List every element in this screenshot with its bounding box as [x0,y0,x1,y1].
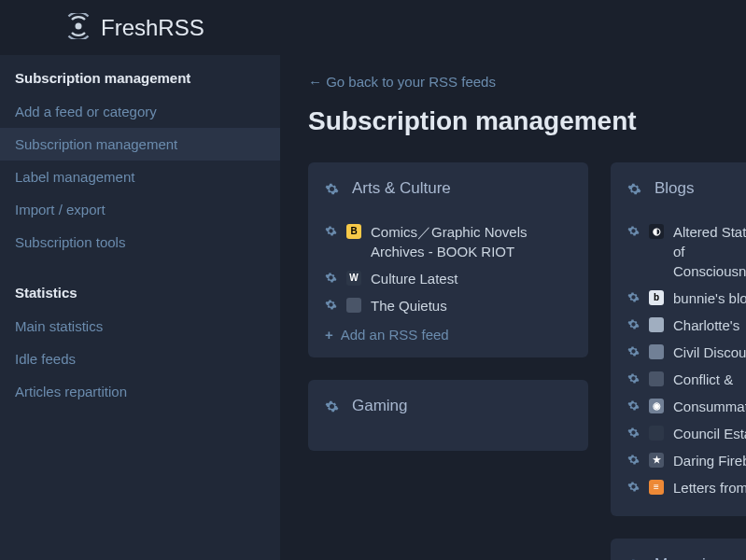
back-link[interactable]: ← Go back to your RSS feeds [308,74,746,90]
gear-icon[interactable] [627,454,640,466]
category-card: Arts & Culture B Comics／Graphic Novels A… [308,162,588,357]
sidebar-item[interactable]: Articles repartition [0,375,280,408]
gear-icon[interactable] [627,225,640,237]
feed-item[interactable]: Civil Discourse [627,339,746,366]
favicon: b [649,290,664,305]
sidebar-item[interactable]: Subscription management [0,128,280,161]
category-title[interactable]: Gaming [352,397,408,415]
gear-icon[interactable] [325,399,339,413]
gear-icon[interactable] [627,182,641,196]
category-card: Blogs ◐ Altered Statesof Consciousness b… [611,162,746,516]
gear-icon[interactable] [325,299,337,311]
add-feed-link[interactable]: + Add an RSS feed [325,327,571,343]
favicon: W [346,271,361,286]
feed-name: Culture Latest [371,269,457,288]
feed-item[interactable]: The Quietus [325,292,571,319]
main-content: ← Go back to your RSS feeds Subscription… [280,55,746,560]
feed-item[interactable]: Conflict & [627,366,746,393]
feed-name: Comics／Graphic Novels Archives - BOOK RI… [371,222,571,261]
favicon: ≡ [649,480,664,495]
feed-name: Altered Statesof Consciousness [673,222,746,281]
gear-icon[interactable] [627,291,640,303]
feed-name: The Quietus [371,296,447,315]
favicon [649,426,664,441]
sidebar-item[interactable]: Import / export [0,193,280,226]
feed-name: Council Estate [673,424,746,443]
brand-name[interactable]: FreshRSS [101,15,204,41]
sidebar-item[interactable]: Add a feed or category [0,95,280,128]
feed-item[interactable]: ≡ Letters from [627,474,746,501]
feed-item[interactable]: ◉ Consummation [627,393,746,420]
sidebar-section-title: Statistics [0,275,280,310]
gear-icon[interactable] [627,481,640,493]
favicon: ★ [649,453,664,468]
feed-name: Civil Discourse [673,343,746,362]
feed-item[interactable]: Charlotte's [627,312,746,339]
feed-name: bunnie's blog [673,288,746,308]
gear-icon[interactable] [627,399,640,412]
category-title[interactable]: Blogs [655,179,695,198]
sidebar-item[interactable]: Label management [0,161,280,193]
favicon: B [346,224,361,239]
category-card: Gaming [308,380,588,451]
gear-icon[interactable] [627,372,640,385]
gear-icon[interactable] [627,427,640,439]
favicon [649,317,664,332]
plus-icon: + [325,327,333,343]
favicon [649,344,664,359]
feed-name: Conflict & [673,370,733,389]
sidebar: Subscription managementAdd a feed or cat… [0,55,280,560]
category-card: Magazines [611,539,746,560]
feed-name: Daring Fireball [673,451,746,470]
gear-icon[interactable] [325,182,339,196]
feed-item[interactable]: Council Estate [627,420,746,447]
favicon [346,298,361,313]
category-title[interactable]: Magazines [655,555,731,560]
favicon: ◉ [649,399,664,413]
feed-item[interactable]: W Culture Latest [325,265,571,292]
feed-name: Consummation [673,397,746,416]
sidebar-section-title: Subscription management [0,61,280,95]
gear-icon[interactable] [627,318,640,330]
sidebar-item[interactable]: Idle feeds [0,343,280,375]
category-title[interactable]: Arts & Culture [352,179,451,198]
feed-item[interactable]: ★ Daring Fireball [627,447,746,474]
favicon: ◐ [649,224,664,239]
sidebar-item[interactable]: Main statistics [0,310,280,343]
feed-item[interactable]: B Comics／Graphic Novels Archives - BOOK … [325,218,571,265]
logo-icon [65,13,91,42]
sidebar-item[interactable]: Subscription tools [0,226,280,259]
gear-icon[interactable] [325,272,337,284]
feed-name: Charlotte's [673,315,739,335]
favicon [649,371,664,386]
feed-name: Letters from [673,478,746,497]
feed-item[interactable]: b bunnie's blog [627,285,746,312]
page-title: Subscription management [308,106,746,136]
gear-icon[interactable] [627,345,640,357]
feed-item[interactable]: ◐ Altered Statesof Consciousness [627,218,746,285]
svg-point-0 [76,23,82,30]
gear-icon[interactable] [325,225,337,237]
add-feed-label: Add an RSS feed [341,327,449,343]
